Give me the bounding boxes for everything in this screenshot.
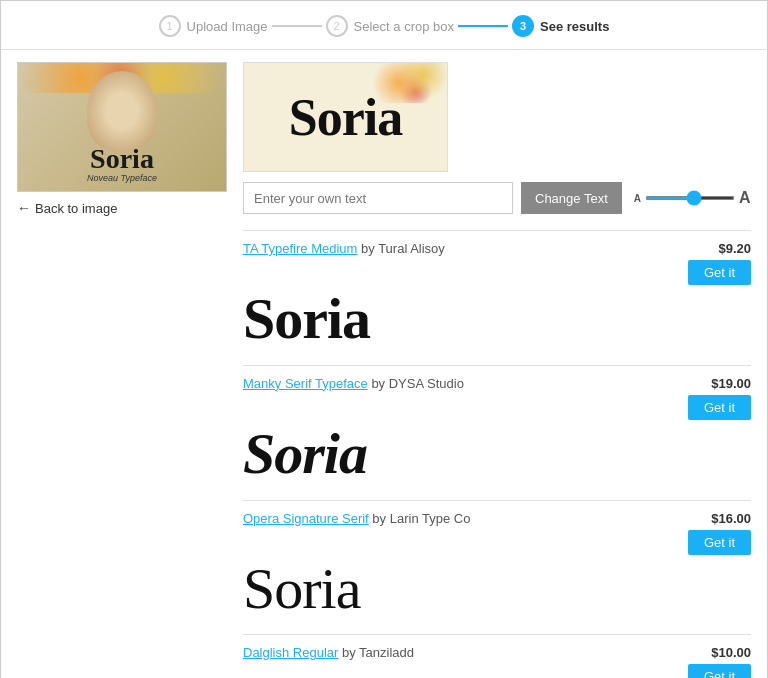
step-results-circle: 3	[512, 15, 534, 37]
font-meta-left-1: Manky Serif Typeface by DYSA Studio	[243, 376, 464, 391]
get-it-button-1[interactable]: Get it	[688, 395, 751, 420]
font-name-link-1[interactable]: Manky Serif Typeface	[243, 376, 368, 391]
font-meta-right-3: $10.00 Get it	[688, 645, 751, 678]
font-result-1: Manky Serif Typeface by DYSA Studio $19.…	[243, 365, 751, 500]
get-it-button-0[interactable]: Get it	[688, 260, 751, 285]
font-meta-right-0: $9.20 Get it	[688, 241, 751, 285]
font-sample-2: Soria	[243, 557, 751, 621]
font-author-0: by Tural Alisoy	[361, 241, 445, 256]
controls-row: Change Text A A	[243, 182, 751, 214]
font-meta-left-3: Dalglish Regular by Tanziladd	[243, 645, 414, 660]
font-results-list: TA Typefire Medium by Tural Alisoy $9.20…	[243, 230, 751, 678]
font-size-slider[interactable]	[645, 196, 735, 200]
slider-label-small: A	[634, 193, 641, 204]
step-crop-label: Select a crop box	[354, 19, 454, 34]
font-sample-1: Soria	[243, 422, 751, 486]
right-panel: Soria Change Text A A TA Typefire Medium…	[243, 62, 751, 678]
font-price-3: $10.00	[711, 645, 751, 660]
step-results: 3 See results	[512, 15, 609, 37]
font-meta-row-1: Manky Serif Typeface by DYSA Studio $19.…	[243, 376, 751, 420]
step-upload: 1 Upload Image	[159, 15, 268, 37]
font-price-0: $9.20	[718, 241, 751, 256]
left-panel: Soria Noveau Typeface ← Back to image	[17, 62, 227, 678]
font-meta-left-0: TA Typefire Medium by Tural Alisoy	[243, 241, 445, 256]
back-to-image-link[interactable]: ← Back to image	[17, 200, 227, 216]
image-placeholder: Soria Noveau Typeface	[18, 63, 226, 191]
change-text-button[interactable]: Change Text	[521, 182, 622, 214]
step-crop-circle: 2	[326, 15, 348, 37]
slider-label-large: A	[739, 189, 751, 207]
font-preview-image: Soria	[243, 62, 448, 172]
font-meta-row-0: TA Typefire Medium by Tural Alisoy $9.20…	[243, 241, 751, 285]
font-meta-row-2: Opera Signature Serif by Larin Type Co $…	[243, 511, 751, 555]
font-result-2: Opera Signature Serif by Larin Type Co $…	[243, 500, 751, 635]
back-arrow-icon: ←	[17, 200, 31, 216]
main-content: Soria Noveau Typeface ← Back to image So…	[1, 50, 767, 678]
step-upload-label: Upload Image	[187, 19, 268, 34]
image-text-subtitle: Noveau Typeface	[87, 173, 157, 183]
step-results-label: See results	[540, 19, 609, 34]
step-crop: 2 Select a crop box	[326, 15, 454, 37]
font-name-link-2[interactable]: Opera Signature Serif	[243, 511, 369, 526]
font-name-link-3[interactable]: Dalglish Regular	[243, 645, 338, 660]
font-price-2: $16.00	[711, 511, 751, 526]
image-text-soria: Soria	[90, 145, 154, 173]
font-sample-0: Soria	[243, 287, 751, 351]
font-author-2: by Larin Type Co	[372, 511, 470, 526]
font-result-0: TA Typefire Medium by Tural Alisoy $9.20…	[243, 230, 751, 365]
step-upload-circle: 1	[159, 15, 181, 37]
font-size-slider-container: A A	[634, 189, 751, 207]
font-author-1: by DYSA Studio	[371, 376, 464, 391]
font-meta-right-1: $19.00 Get it	[688, 376, 751, 420]
font-meta-right-2: $16.00 Get it	[688, 511, 751, 555]
get-it-button-2[interactable]: Get it	[688, 530, 751, 555]
font-name-link-0[interactable]: TA Typefire Medium	[243, 241, 357, 256]
get-it-button-3[interactable]: Get it	[688, 664, 751, 678]
font-price-1: $19.00	[711, 376, 751, 391]
stepper: 1 Upload Image 2 Select a crop box 3 See…	[1, 1, 767, 50]
font-author-3: by Tanziladd	[342, 645, 414, 660]
font-meta-row-3: Dalglish Regular by Tanziladd $10.00 Get…	[243, 645, 751, 678]
step-line-1	[272, 25, 322, 27]
custom-text-input[interactable]	[243, 182, 513, 214]
original-image: Soria Noveau Typeface	[17, 62, 227, 192]
preview-floral	[367, 63, 447, 103]
portrait-illustration	[87, 71, 157, 151]
font-result-3: Dalglish Regular by Tanziladd $10.00 Get…	[243, 634, 751, 678]
font-meta-left-2: Opera Signature Serif by Larin Type Co	[243, 511, 470, 526]
step-line-2	[458, 25, 508, 27]
back-link-label: Back to image	[35, 201, 117, 216]
